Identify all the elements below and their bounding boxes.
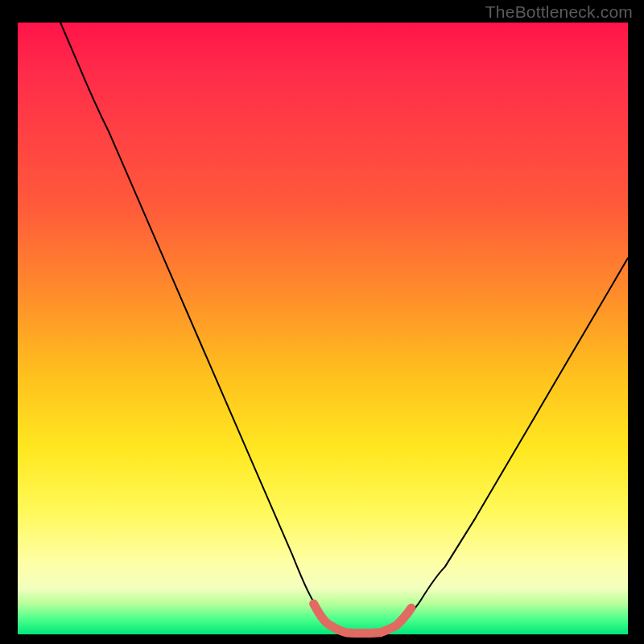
bottleneck-curve xyxy=(60,23,628,634)
watermark-text: TheBottleneck.com xyxy=(485,2,633,22)
highlight-band xyxy=(314,604,411,634)
chart-svg xyxy=(18,23,628,634)
plot-area xyxy=(18,23,628,634)
chart-frame: TheBottleneck.com xyxy=(0,0,644,644)
